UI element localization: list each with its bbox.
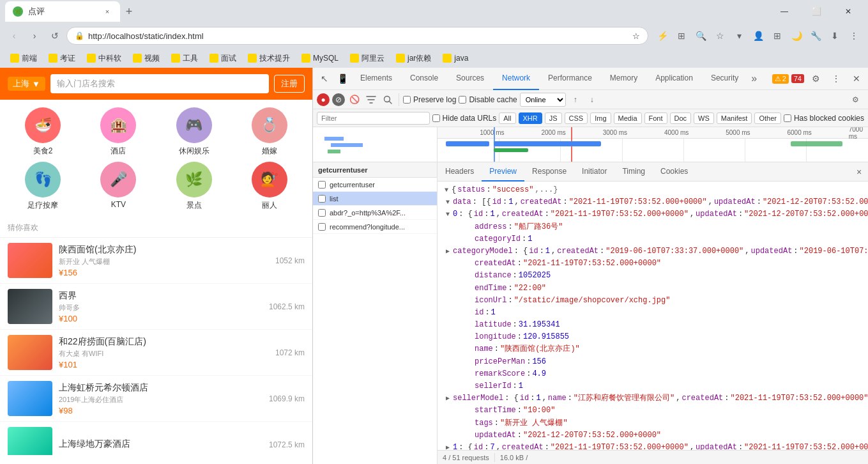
- filter-font-button[interactable]: Font: [644, 112, 667, 124]
- category-ktv[interactable]: 🎤 KTV: [83, 162, 153, 211]
- json-toggle[interactable]: ▶: [444, 444, 452, 450]
- tab-network[interactable]: Network: [493, 68, 539, 90]
- filter-doc-button[interactable]: Doc: [670, 112, 692, 124]
- register-button[interactable]: 注册: [274, 75, 305, 93]
- filter-toggle-icon[interactable]: [364, 93, 378, 107]
- json-categorymodel-line[interactable]: ▶ categoryModel : { id : 1 , createdAt :…: [438, 245, 868, 258]
- bookmark-shipin[interactable]: 视频: [128, 52, 165, 65]
- filter-other-button[interactable]: Other: [754, 112, 781, 124]
- tab-application[interactable]: Application: [646, 68, 702, 90]
- devtools-dots-icon[interactable]: ⋮: [827, 70, 845, 88]
- filter-css-button[interactable]: CSS: [565, 112, 588, 124]
- city-selector[interactable]: 上海 ▼: [8, 77, 45, 91]
- lightning-icon[interactable]: ⚡: [653, 27, 671, 45]
- json-root-line[interactable]: ▼ { status : "success" ,...}: [438, 184, 868, 196]
- json-data-line[interactable]: ▼ data : [{ id : 1 , createdAt : "2021-1…: [438, 196, 868, 208]
- devtools-more-tabs[interactable]: »: [747, 73, 761, 84]
- category-beauty[interactable]: 💇 丽人: [234, 162, 305, 211]
- bookmark-aliyun[interactable]: 阿里云: [345, 52, 390, 65]
- clear-button[interactable]: 🚫: [347, 93, 362, 107]
- bookmark-icon[interactable]: ☆: [632, 31, 640, 41]
- list-item[interactable]: 上海虹桥元希尔顿酒店 2019年上海必住酒店 ¥98 1069.9 km: [0, 376, 312, 422]
- json-toggle[interactable]: ▼: [444, 199, 452, 206]
- expand-icon[interactable]: ▾: [730, 27, 748, 45]
- category-foot[interactable]: 👣 足疗按摩: [8, 162, 78, 211]
- json-item1-line[interactable]: ▶ 1 : { id : 7 , createdAt : "2021-11-19…: [438, 442, 868, 450]
- browser-tab-active[interactable]: 🌿 点评 ×: [5, 1, 120, 22]
- detail-tab-response[interactable]: Response: [524, 162, 574, 182]
- detail-close-button[interactable]: ×: [853, 166, 865, 178]
- json-toggle[interactable]: ▶: [444, 395, 452, 403]
- network-throttle-select[interactable]: Online Fast 3G Slow 3G Offline: [520, 93, 566, 107]
- devtools-device-icon[interactable]: 📱: [333, 70, 351, 88]
- request-checkbox[interactable]: [318, 209, 326, 217]
- hide-data-urls-input[interactable]: [432, 114, 440, 122]
- detail-tab-preview[interactable]: Preview: [482, 162, 524, 182]
- menu-icon[interactable]: ⋮: [845, 27, 863, 45]
- list-item[interactable]: 西界 帅哥多 ¥100 1062.5 km: [0, 284, 312, 330]
- profile-icon[interactable]: 👤: [749, 27, 767, 45]
- has-blocked-cookies-checkbox[interactable]: Has blocked cookies: [784, 114, 864, 123]
- tab-close-button[interactable]: ×: [102, 6, 112, 17]
- json-toggle[interactable]: ▼: [444, 211, 452, 219]
- filter-input[interactable]: [317, 112, 430, 125]
- json-item0-line[interactable]: ▼ 0 : { id : 1 , createdAt : "2021-11-19…: [438, 208, 868, 220]
- filter-all-button[interactable]: All: [499, 112, 515, 124]
- new-tab-button[interactable]: +: [120, 3, 138, 20]
- apps-icon[interactable]: ⊞: [673, 27, 690, 45]
- json-sellermodel-line[interactable]: ▶ sellerModel : { id : 1 , name : "江苏和府餐…: [438, 392, 868, 405]
- star-icon[interactable]: ☆: [711, 27, 729, 45]
- request-checkbox[interactable]: [318, 195, 326, 203]
- filter-js-button[interactable]: JS: [545, 112, 562, 124]
- tab-sources[interactable]: Sources: [447, 68, 493, 90]
- detail-tab-headers[interactable]: Headers: [438, 162, 482, 182]
- close-button[interactable]: ✕: [834, 2, 863, 21]
- minimize-button[interactable]: —: [770, 2, 799, 21]
- bookmark-gongju[interactable]: 工具: [166, 52, 203, 65]
- filter-media-button[interactable]: Media: [614, 112, 642, 124]
- request-checkbox[interactable]: [318, 181, 326, 189]
- list-item[interactable]: 陕西面馆(北京亦庄) 新开业 人气爆棚 ¥156 1052 km: [0, 238, 312, 284]
- bookmark-miaoshow[interactable]: 面试: [204, 52, 241, 65]
- tab-console[interactable]: Console: [401, 68, 447, 90]
- tab-elements[interactable]: Elements: [351, 68, 401, 90]
- bookmark-qianduan[interactable]: 前端: [5, 52, 42, 65]
- maximize-button[interactable]: ⬜: [802, 2, 831, 21]
- category-hotel[interactable]: 🏨 酒店: [83, 107, 153, 157]
- shop-search-input[interactable]: 输入门店名搜索: [50, 74, 269, 93]
- preserve-log-checkbox[interactable]: Preserve log: [403, 95, 456, 104]
- devtools-close-icon[interactable]: ✕: [848, 70, 865, 88]
- json-toggle[interactable]: ▼: [443, 187, 450, 194]
- disable-cache-input[interactable]: [459, 96, 466, 104]
- devtools-settings-icon[interactable]: ⚙: [807, 70, 825, 88]
- back-button[interactable]: ‹: [5, 27, 23, 45]
- export-har-icon[interactable]: ↓: [585, 93, 599, 107]
- category-wedding[interactable]: 💍 婚嫁: [234, 107, 305, 157]
- category-scenic[interactable]: 🌿 景点: [159, 162, 229, 211]
- bookmark-zhongkeru[interactable]: 中科软: [82, 52, 126, 65]
- filter-manifest-button[interactable]: Manifest: [717, 112, 752, 124]
- list-item[interactable]: 上海绿地万豪酒店 1072.5 km: [0, 422, 312, 455]
- category-leisure[interactable]: 🎮 休闲娱乐: [159, 107, 229, 157]
- bookmark-jishutisheng[interactable]: 技术提升: [243, 52, 295, 65]
- disable-cache-checkbox[interactable]: Disable cache: [459, 95, 517, 104]
- stop-button[interactable]: ⊘: [332, 93, 345, 106]
- filter-xhr-button[interactable]: XHR: [519, 112, 542, 124]
- download-nav-icon[interactable]: ⬇: [826, 27, 844, 45]
- request-item-list[interactable]: list: [313, 192, 437, 206]
- request-item-recommend[interactable]: recommend?longitude...: [313, 220, 437, 234]
- moon-icon[interactable]: 🌙: [788, 27, 805, 45]
- detail-tab-timing[interactable]: Timing: [614, 162, 653, 182]
- preserve-log-input[interactable]: [403, 96, 411, 104]
- filter-img-button[interactable]: Img: [590, 112, 611, 124]
- devtools-cursor-icon[interactable]: ↖: [316, 70, 333, 88]
- address-bar[interactable]: 🔒 http://localhost/static/index.html ☆: [66, 27, 648, 45]
- import-har-icon[interactable]: ↑: [568, 93, 582, 107]
- tab-memory[interactable]: Memory: [601, 68, 646, 90]
- filter-ws-button[interactable]: WS: [694, 112, 714, 124]
- request-item-abdr[interactable]: abdr?_o=http%3A%2F...: [313, 206, 437, 220]
- search-icon[interactable]: 🔍: [692, 27, 710, 45]
- has-blocked-cookies-input[interactable]: [784, 114, 791, 122]
- tab-performance[interactable]: Performance: [539, 68, 601, 90]
- bookmark-java[interactable]: java: [438, 52, 473, 64]
